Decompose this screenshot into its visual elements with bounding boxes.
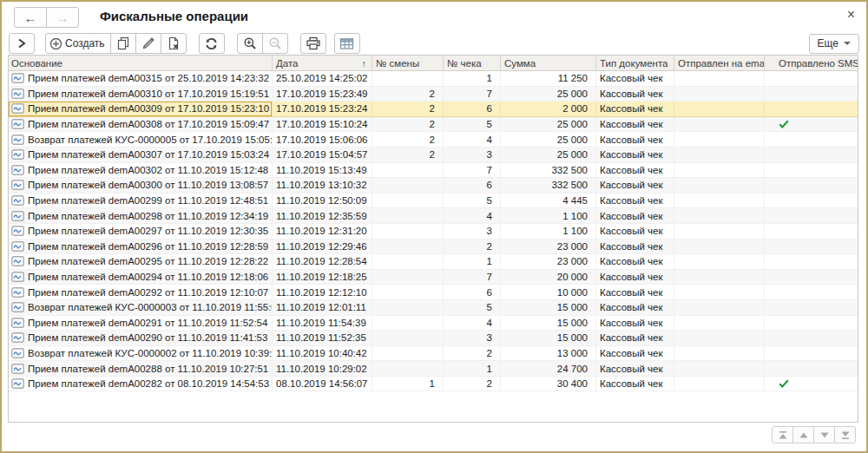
cell-receipt[interactable]: 2 <box>444 346 501 361</box>
cell-sms[interactable] <box>765 240 858 254</box>
cell-basis[interactable]: Прием платежей demA00296 от 11.10.2019 1… <box>9 240 273 254</box>
cell-receipt[interactable]: 5 <box>444 300 501 315</box>
cell-receipt[interactable]: 3 <box>444 148 501 162</box>
table-row[interactable]: Прием платежей demA00294 от 11.10.2019 1… <box>9 270 858 286</box>
cell-doctype[interactable]: Кассовый чек <box>596 270 674 285</box>
cell-amount[interactable]: 25 000 <box>501 148 596 162</box>
copy-button[interactable] <box>110 33 136 54</box>
cell-sms[interactable] <box>765 316 858 331</box>
cell-email[interactable] <box>674 270 765 285</box>
cell-doctype[interactable]: Кассовый чек <box>596 224 674 239</box>
table-row[interactable]: Прием платежей demA00302 от 11.10.2019 1… <box>9 163 858 179</box>
table-row[interactable]: Прием платежей demA00288 от 11.10.2019 1… <box>9 361 858 377</box>
cell-receipt[interactable]: 3 <box>444 224 501 239</box>
cell-basis[interactable]: Возврат платежей КУС-0000003 от 11.10.20… <box>9 300 273 315</box>
cell-shift[interactable] <box>372 178 444 193</box>
cell-doctype[interactable]: Кассовый чек <box>596 285 674 299</box>
cell-basis[interactable]: Прием платежей demA00299 от 11.10.2019 1… <box>9 194 273 208</box>
cell-amount[interactable]: 24 700 <box>501 361 596 376</box>
cell-amount[interactable]: 25 000 <box>501 132 596 147</box>
cell-receipt[interactable]: 7 <box>444 270 501 285</box>
cell-amount[interactable]: 23 000 <box>501 240 596 254</box>
mark-delete-button[interactable] <box>161 33 187 54</box>
cell-sms[interactable] <box>765 254 858 269</box>
cell-basis[interactable]: Прием платежей demA00315 от 25.10.2019 1… <box>9 71 273 86</box>
cell-doctype[interactable]: Кассовый чек <box>596 178 674 193</box>
cell-shift[interactable] <box>372 208 444 223</box>
back-button[interactable]: ← <box>14 7 47 28</box>
cell-email[interactable] <box>674 254 765 269</box>
cell-date[interactable]: 11.10.2019 12:50:09 <box>273 194 372 208</box>
cell-email[interactable] <box>674 163 765 178</box>
cell-receipt[interactable]: 1 <box>444 71 501 86</box>
cell-shift[interactable]: 2 <box>372 87 444 102</box>
table-row[interactable]: Прием платежей demA00290 от 11.10.2019 1… <box>9 331 858 346</box>
cell-amount[interactable]: 332 500 <box>501 163 596 178</box>
cell-receipt[interactable]: 6 <box>444 102 501 116</box>
cell-basis[interactable]: Прием платежей demA00288 от 11.10.2019 1… <box>9 361 273 376</box>
cell-doctype[interactable]: Кассовый чек <box>596 194 674 208</box>
table-row[interactable]: Возврат платежей КУС-0000003 от 11.10.20… <box>9 300 858 316</box>
refresh-button[interactable] <box>199 33 225 54</box>
cell-shift[interactable] <box>372 316 444 331</box>
cell-doctype[interactable]: Кассовый чек <box>596 117 674 132</box>
configure-columns-button[interactable] <box>334 33 360 54</box>
cell-receipt[interactable]: 5 <box>444 194 501 208</box>
cell-receipt[interactable]: 4 <box>444 132 501 147</box>
cell-basis[interactable]: Прием платежей demA00307 от 17.10.2019 1… <box>9 148 273 162</box>
table-row[interactable]: Прием платежей demA00291 от 11.10.2019 1… <box>9 316 858 332</box>
cell-basis[interactable]: Прием платежей demA00310 от 17.10.2019 1… <box>9 87 273 102</box>
cell-doctype[interactable]: Кассовый чек <box>596 254 674 269</box>
cell-shift[interactable] <box>372 240 444 254</box>
cell-shift[interactable] <box>372 224 444 239</box>
go-last-button[interactable] <box>834 426 856 443</box>
go-up-button[interactable] <box>792 426 814 443</box>
cell-email[interactable] <box>674 300 765 315</box>
table-row[interactable]: Прием платежей demA00295 от 11.10.2019 1… <box>9 254 858 270</box>
cell-date[interactable]: 11.10.2019 12:28:54 <box>273 254 372 269</box>
column-header-receipt[interactable]: № чека <box>444 56 501 70</box>
cell-amount[interactable]: 30 400 <box>501 377 596 391</box>
cell-amount[interactable]: 10 000 <box>501 285 596 299</box>
cell-doctype[interactable]: Кассовый чек <box>596 163 674 178</box>
zoom-out-button[interactable] <box>262 33 288 54</box>
cell-basis[interactable]: Прием платежей demA00297 от 11.10.2019 1… <box>9 224 273 239</box>
cell-amount[interactable]: 25 000 <box>501 117 596 132</box>
cell-doctype[interactable]: Кассовый чек <box>596 300 674 315</box>
table-row[interactable]: Прием платежей demA00300 от 11.10.2019 1… <box>9 178 858 194</box>
cell-amount[interactable]: 332 500 <box>501 178 596 193</box>
cell-date[interactable]: 11.10.2019 12:12:10 <box>273 285 372 299</box>
edit-button[interactable] <box>135 33 161 54</box>
cell-sms[interactable] <box>765 377 858 391</box>
cell-amount[interactable]: 1 100 <box>501 224 596 239</box>
table-row[interactable]: Прием платежей demA00310 от 17.10.2019 1… <box>9 87 858 102</box>
cell-date[interactable]: 11.10.2019 12:29:46 <box>273 240 372 254</box>
cell-basis[interactable]: Прием платежей demA00282 от 08.10.2019 1… <box>9 377 273 391</box>
cell-amount[interactable]: 4 445 <box>501 194 596 208</box>
table-row[interactable]: Прием платежей demA00308 от 17.10.2019 1… <box>9 117 858 133</box>
cell-doctype[interactable]: Кассовый чек <box>596 377 674 391</box>
cell-receipt[interactable]: 4 <box>444 208 501 223</box>
cell-doctype[interactable]: Кассовый чек <box>596 71 674 86</box>
cell-amount[interactable]: 20 000 <box>501 270 596 285</box>
cell-doctype[interactable]: Кассовый чек <box>596 331 674 345</box>
cell-sms[interactable] <box>765 208 858 223</box>
cell-basis[interactable]: Возврат платежей КУС-0000002 от 11.10.20… <box>9 346 273 361</box>
cell-receipt[interactable]: 2 <box>444 377 501 391</box>
cell-date[interactable]: 11.10.2019 12:01:11 <box>273 300 372 315</box>
cell-shift[interactable]: 2 <box>372 102 444 116</box>
cell-receipt[interactable]: 7 <box>444 87 501 102</box>
column-header-email[interactable]: Отправлен на email <box>674 56 765 70</box>
table-row[interactable]: Прием платежей demA00297 от 11.10.2019 1… <box>9 224 858 240</box>
go-first-button[interactable] <box>772 426 793 443</box>
cell-basis[interactable]: Прием платежей demA00290 от 11.10.2019 1… <box>9 331 273 345</box>
cell-email[interactable] <box>674 285 765 299</box>
cell-date[interactable]: 11.10.2019 15:13:49 <box>273 163 372 178</box>
column-header-date[interactable]: Дата ↑ <box>273 56 372 70</box>
cell-shift[interactable] <box>372 331 444 345</box>
cell-email[interactable] <box>674 87 765 102</box>
cell-shift[interactable] <box>372 194 444 208</box>
cell-doctype[interactable]: Кассовый чек <box>596 148 674 162</box>
cell-amount[interactable]: 15 000 <box>501 300 596 315</box>
cell-amount[interactable]: 13 000 <box>501 346 596 361</box>
